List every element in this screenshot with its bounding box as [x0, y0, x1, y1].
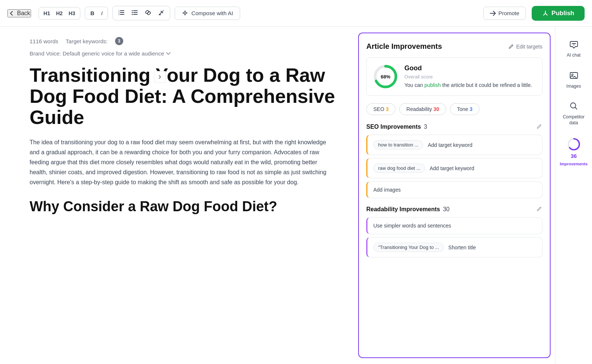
- publish-icon: [542, 10, 549, 17]
- keyword-chip-2: raw dog food diet ...: [373, 164, 425, 173]
- back-label: Back: [17, 10, 30, 17]
- readability-count-label: 30: [443, 206, 450, 213]
- edit-targets-label: Edit targets: [516, 44, 542, 50]
- readability-pencil-icon: [536, 206, 542, 212]
- editor-area: 1116 words Target keywords: 3 Brand Voic…: [0, 27, 358, 364]
- back-button[interactable]: Back: [7, 9, 31, 17]
- tab-seo[interactable]: SEO 3: [366, 103, 396, 115]
- keyword-badge: 3: [115, 37, 123, 45]
- link-button[interactable]: [142, 8, 154, 18]
- ai-chat-label: AI chat: [567, 53, 581, 58]
- score-grade: Good: [404, 64, 532, 72]
- h2-button[interactable]: H2: [53, 9, 65, 18]
- target-keywords-label: Target keywords:: [66, 38, 108, 44]
- score-label: Overall score: [404, 74, 532, 80]
- seo-action-1: Add target keyword: [428, 142, 536, 148]
- seo-section: SEO Improvements 3 how to transition ...…: [366, 123, 542, 198]
- seo-item-1[interactable]: how to transition ... Add target keyword: [366, 135, 542, 155]
- tab-tone[interactable]: Tone 3: [450, 103, 480, 115]
- brand-voice-label: Brand Voice: Default generic voice for a…: [30, 50, 164, 57]
- seo-pencil-icon: [536, 123, 542, 129]
- clear-format-button[interactable]: [155, 8, 168, 18]
- readability-action-2: Shorten title: [448, 245, 536, 250]
- seo-section-header: SEO Improvements 3: [366, 123, 542, 130]
- score-circle: 68%: [373, 64, 398, 90]
- panel-title: Article Improvements: [366, 42, 442, 51]
- right-sidebar: AI chat Images Competitor data 36: [555, 27, 592, 364]
- seo-count: 3: [386, 106, 388, 112]
- toolbar: Back H1 H2 H3 B I 123 Compose with AI Pr…: [0, 0, 592, 27]
- article-title[interactable]: Transitioning Your Dog to a Raw Dog Food…: [30, 65, 336, 128]
- compose-label: Compose with AI: [191, 10, 233, 16]
- keyword-chip-3: "Transitioning Your Dog to ...: [373, 243, 444, 252]
- editor-meta: 1116 words Target keywords: 3: [30, 37, 336, 45]
- readability-item-2[interactable]: "Transitioning Your Dog to ... Shorten t…: [366, 237, 542, 257]
- edit-icon: [508, 44, 514, 49]
- bold-button[interactable]: B: [87, 9, 97, 18]
- improvements-circle-icon: [567, 138, 581, 151]
- sidebar-competitor-button[interactable]: Competitor data: [559, 96, 589, 129]
- heading-group: H1 H2 H3: [38, 7, 81, 20]
- sidebar-images-button[interactable]: Images: [559, 65, 589, 93]
- seo-title: SEO Improvements 3: [366, 124, 427, 130]
- seo-item-2[interactable]: raw dog food diet ... Add target keyword: [366, 158, 542, 178]
- sidebar-ai-chat-button[interactable]: AI chat: [559, 34, 589, 62]
- svg-point-10: [132, 12, 133, 13]
- images-label: Images: [566, 84, 581, 90]
- toolbar-right: Promote Publish: [483, 6, 585, 21]
- article-intro[interactable]: The idea of transitioning your dog to a …: [30, 137, 336, 188]
- promote-button[interactable]: Promote: [483, 7, 526, 20]
- unordered-list-button[interactable]: [128, 8, 141, 18]
- sidebar-improvements-button[interactable]: 36 Improvements: [559, 134, 589, 170]
- score-pct: 68%: [381, 74, 390, 80]
- keyword-chip-1: how to transition ...: [373, 140, 423, 149]
- score-tabs: SEO 3 Readability 30 Tone 3: [366, 103, 542, 115]
- svg-text:3: 3: [118, 13, 120, 16]
- score-link[interactable]: publish: [424, 82, 441, 88]
- seo-item-3[interactable]: Add images: [366, 181, 542, 198]
- competitor-label: Competitor data: [562, 114, 586, 126]
- readability-count: 30: [433, 106, 439, 112]
- seo-edit-button[interactable]: [536, 123, 542, 130]
- tone-count: 3: [470, 106, 472, 112]
- tab-readability[interactable]: Readability 30: [399, 103, 446, 115]
- list-group: 123: [112, 6, 170, 20]
- back-arrow-icon: [8, 10, 15, 17]
- publish-button[interactable]: Publish: [532, 6, 585, 21]
- seo-action-2: Add target keyword: [430, 165, 536, 171]
- readability-edit-button[interactable]: [536, 206, 542, 213]
- score-area: 68% Good Overall score You can publish t…: [366, 57, 542, 96]
- ordered-list-button[interactable]: 123: [115, 8, 128, 18]
- svg-point-9: [132, 10, 133, 11]
- sparkle-icon: [182, 10, 188, 17]
- svg-point-16: [572, 74, 573, 75]
- italic-button[interactable]: I: [98, 9, 105, 18]
- readability-action-1: Use simpler words and sentences: [373, 223, 536, 229]
- readability-title: Readability Improvements 30: [366, 206, 450, 213]
- score-text: 68%: [373, 64, 398, 90]
- score-description: You can publish the article but it could…: [404, 82, 532, 89]
- panel-header: Article Improvements Edit targets: [366, 42, 542, 51]
- search-icon: [567, 100, 581, 113]
- improvements-count: 36: [571, 152, 577, 160]
- promote-label: Promote: [498, 10, 519, 16]
- main-layout: 1116 words Target keywords: 3 Brand Voic…: [0, 27, 592, 364]
- svg-rect-15: [570, 73, 578, 78]
- improvements-label: Improvements: [560, 161, 588, 166]
- panel-toggle-button[interactable]: [154, 71, 166, 83]
- article-h2[interactable]: Why Consider a Raw Dog Food Diet?: [30, 199, 336, 215]
- improvements-panel: Article Improvements Edit targets 68% Go…: [358, 33, 551, 358]
- chevron-right-icon: [157, 74, 162, 80]
- readability-item-1[interactable]: Use simpler words and sentences: [366, 217, 542, 234]
- readability-section-header: Readability Improvements 30: [366, 206, 542, 213]
- compose-ai-button[interactable]: Compose with AI: [175, 7, 240, 20]
- seo-count-label: 3: [424, 124, 427, 130]
- score-info: Good Overall score You can publish the a…: [404, 64, 532, 89]
- edit-targets-button[interactable]: Edit targets: [508, 44, 542, 50]
- publish-label: Publish: [552, 10, 574, 17]
- word-count: 1116 words: [30, 38, 58, 44]
- h3-button[interactable]: H3: [66, 9, 78, 18]
- brand-voice-selector[interactable]: Brand Voice: Default generic voice for a…: [30, 50, 336, 57]
- h1-button[interactable]: H1: [41, 9, 53, 18]
- readability-section: Readability Improvements 30 Use simpler …: [366, 206, 542, 257]
